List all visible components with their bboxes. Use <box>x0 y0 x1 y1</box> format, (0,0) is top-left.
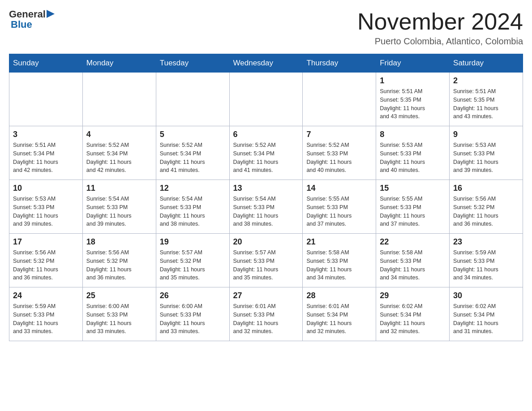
day-number: 29 <box>380 291 446 300</box>
day-number: 27 <box>233 291 299 300</box>
weekday-header-sunday: Sunday <box>9 54 83 73</box>
day-info: Sunrise: 5:53 AM Sunset: 5:33 PM Dayligh… <box>453 141 519 175</box>
day-info: Sunrise: 5:56 AM Sunset: 5:32 PM Dayligh… <box>13 248 79 282</box>
day-info: Sunrise: 5:59 AM Sunset: 5:33 PM Dayligh… <box>453 248 519 282</box>
day-info: Sunrise: 5:54 AM Sunset: 5:33 PM Dayligh… <box>160 195 226 228</box>
day-number: 14 <box>306 184 372 193</box>
day-number: 3 <box>13 130 79 139</box>
day-info: Sunrise: 5:56 AM Sunset: 5:32 PM Dayligh… <box>86 248 152 282</box>
calendar-cell: 27Sunrise: 6:01 AM Sunset: 5:33 PM Dayli… <box>229 287 303 341</box>
weekday-header-wednesday: Wednesday <box>229 54 303 73</box>
calendar-table: SundayMondayTuesdayWednesdayThursdayFrid… <box>9 54 523 341</box>
day-number: 4 <box>86 130 152 139</box>
calendar-cell: 7Sunrise: 5:52 AM Sunset: 5:33 PM Daylig… <box>303 126 376 180</box>
day-info: Sunrise: 6:02 AM Sunset: 5:34 PM Dayligh… <box>453 302 519 336</box>
day-info: Sunrise: 5:51 AM Sunset: 5:34 PM Dayligh… <box>13 141 79 175</box>
day-info: Sunrise: 5:52 AM Sunset: 5:33 PM Dayligh… <box>306 141 372 175</box>
day-info: Sunrise: 5:58 AM Sunset: 5:33 PM Dayligh… <box>380 248 446 282</box>
calendar-cell: 30Sunrise: 6:02 AM Sunset: 5:34 PM Dayli… <box>450 287 523 341</box>
day-info: Sunrise: 5:54 AM Sunset: 5:33 PM Dayligh… <box>86 195 152 228</box>
day-number: 18 <box>86 237 152 247</box>
calendar-cell: 6Sunrise: 5:52 AM Sunset: 5:34 PM Daylig… <box>229 126 303 180</box>
calendar-cell: 29Sunrise: 6:02 AM Sunset: 5:34 PM Dayli… <box>376 287 450 341</box>
day-info: Sunrise: 5:53 AM Sunset: 5:33 PM Dayligh… <box>380 141 446 175</box>
day-number: 15 <box>380 184 446 193</box>
weekday-header-thursday: Thursday <box>303 54 376 73</box>
day-number: 22 <box>380 237 446 247</box>
day-info: Sunrise: 5:53 AM Sunset: 5:33 PM Dayligh… <box>13 195 79 228</box>
calendar-week-1: 1Sunrise: 5:51 AM Sunset: 5:35 PM Daylig… <box>9 73 523 126</box>
calendar-cell: 11Sunrise: 5:54 AM Sunset: 5:33 PM Dayli… <box>82 180 156 234</box>
calendar-cell: 10Sunrise: 5:53 AM Sunset: 5:33 PM Dayli… <box>9 180 83 234</box>
weekday-header-saturday: Saturday <box>450 54 523 73</box>
calendar-cell: 28Sunrise: 6:01 AM Sunset: 5:34 PM Dayli… <box>303 287 376 341</box>
day-number: 21 <box>306 237 372 247</box>
calendar-cell: 3Sunrise: 5:51 AM Sunset: 5:34 PM Daylig… <box>9 126 83 180</box>
day-number: 25 <box>86 291 152 300</box>
day-info: Sunrise: 5:51 AM Sunset: 5:35 PM Dayligh… <box>453 87 519 121</box>
day-info: Sunrise: 6:00 AM Sunset: 5:33 PM Dayligh… <box>160 302 226 336</box>
calendar-week-4: 17Sunrise: 5:56 AM Sunset: 5:32 PM Dayli… <box>9 234 523 287</box>
day-number: 23 <box>453 237 519 247</box>
calendar-cell: 19Sunrise: 5:57 AM Sunset: 5:32 PM Dayli… <box>156 234 229 287</box>
day-info: Sunrise: 5:59 AM Sunset: 5:33 PM Dayligh… <box>13 302 79 336</box>
day-number: 2 <box>453 76 519 86</box>
calendar-cell: 1Sunrise: 5:51 AM Sunset: 5:35 PM Daylig… <box>376 73 450 126</box>
calendar-cell: 20Sunrise: 5:57 AM Sunset: 5:33 PM Dayli… <box>229 234 303 287</box>
calendar-cell: 2Sunrise: 5:51 AM Sunset: 5:35 PM Daylig… <box>450 73 523 126</box>
calendar-cell: 5Sunrise: 5:52 AM Sunset: 5:34 PM Daylig… <box>156 126 229 180</box>
calendar-cell <box>9 73 83 126</box>
location-title: Puerto Colombia, Atlantico, Colombia <box>357 36 523 47</box>
day-info: Sunrise: 5:57 AM Sunset: 5:33 PM Dayligh… <box>233 248 299 282</box>
calendar-cell: 9Sunrise: 5:53 AM Sunset: 5:33 PM Daylig… <box>450 126 523 180</box>
calendar-cell <box>229 73 303 126</box>
page-header: General Blue November 2024 Puerto Colomb… <box>9 9 523 47</box>
calendar-week-3: 10Sunrise: 5:53 AM Sunset: 5:33 PM Dayli… <box>9 180 523 234</box>
day-info: Sunrise: 5:52 AM Sunset: 5:34 PM Dayligh… <box>160 141 226 175</box>
day-number: 13 <box>233 184 299 193</box>
calendar-cell: 4Sunrise: 5:52 AM Sunset: 5:34 PM Daylig… <box>82 126 156 180</box>
day-info: Sunrise: 5:58 AM Sunset: 5:33 PM Dayligh… <box>306 248 372 282</box>
day-info: Sunrise: 5:56 AM Sunset: 5:32 PM Dayligh… <box>453 195 519 228</box>
day-info: Sunrise: 5:54 AM Sunset: 5:33 PM Dayligh… <box>233 195 299 228</box>
month-title: November 2024 <box>357 9 523 34</box>
day-info: Sunrise: 6:00 AM Sunset: 5:33 PM Dayligh… <box>86 302 152 336</box>
calendar-cell: 15Sunrise: 5:55 AM Sunset: 5:33 PM Dayli… <box>376 180 450 234</box>
day-info: Sunrise: 6:02 AM Sunset: 5:34 PM Dayligh… <box>380 302 446 336</box>
weekday-header-monday: Monday <box>82 54 156 73</box>
logo: General Blue <box>9 9 55 30</box>
day-number: 7 <box>306 130 372 139</box>
day-number: 10 <box>13 184 79 193</box>
calendar-week-5: 24Sunrise: 5:59 AM Sunset: 5:33 PM Dayli… <box>9 287 523 341</box>
calendar-cell: 17Sunrise: 5:56 AM Sunset: 5:32 PM Dayli… <box>9 234 83 287</box>
day-number: 11 <box>86 184 152 193</box>
day-number: 20 <box>233 237 299 247</box>
day-info: Sunrise: 5:57 AM Sunset: 5:32 PM Dayligh… <box>160 248 226 282</box>
calendar-cell <box>82 73 156 126</box>
weekday-header-friday: Friday <box>376 54 450 73</box>
calendar-cell <box>303 73 376 126</box>
calendar-cell: 22Sunrise: 5:58 AM Sunset: 5:33 PM Dayli… <box>376 234 450 287</box>
calendar-cell: 14Sunrise: 5:55 AM Sunset: 5:33 PM Dayli… <box>303 180 376 234</box>
calendar-cell: 16Sunrise: 5:56 AM Sunset: 5:32 PM Dayli… <box>450 180 523 234</box>
svg-marker-0 <box>47 10 55 18</box>
calendar-cell: 12Sunrise: 5:54 AM Sunset: 5:33 PM Dayli… <box>156 180 229 234</box>
calendar-cell: 21Sunrise: 5:58 AM Sunset: 5:33 PM Dayli… <box>303 234 376 287</box>
logo-blue: Blue <box>11 19 32 30</box>
calendar-body: 1Sunrise: 5:51 AM Sunset: 5:35 PM Daylig… <box>9 73 523 341</box>
day-number: 5 <box>160 130 226 139</box>
title-section: November 2024 Puerto Colombia, Atlantico… <box>357 9 523 47</box>
weekday-header-tuesday: Tuesday <box>156 54 229 73</box>
day-info: Sunrise: 5:52 AM Sunset: 5:34 PM Dayligh… <box>233 141 299 175</box>
day-info: Sunrise: 5:51 AM Sunset: 5:35 PM Dayligh… <box>380 87 446 121</box>
calendar-cell: 25Sunrise: 6:00 AM Sunset: 5:33 PM Dayli… <box>82 287 156 341</box>
day-info: Sunrise: 5:52 AM Sunset: 5:34 PM Dayligh… <box>86 141 152 175</box>
day-number: 6 <box>233 130 299 139</box>
day-number: 1 <box>380 76 446 86</box>
day-number: 26 <box>160 291 226 300</box>
day-number: 19 <box>160 237 226 247</box>
day-number: 17 <box>13 237 79 247</box>
day-info: Sunrise: 5:55 AM Sunset: 5:33 PM Dayligh… <box>380 195 446 228</box>
day-number: 30 <box>453 291 519 300</box>
calendar-cell: 24Sunrise: 5:59 AM Sunset: 5:33 PM Dayli… <box>9 287 83 341</box>
